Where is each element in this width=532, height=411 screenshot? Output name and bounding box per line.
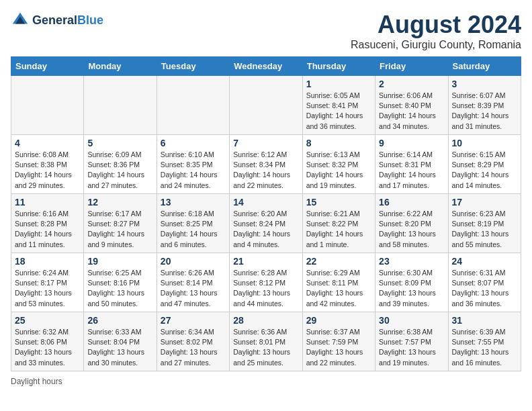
- calendar-cell: 21Sunrise: 6:28 AM Sunset: 8:12 PM Dayli…: [230, 253, 302, 312]
- day-number: 29: [306, 315, 371, 326]
- calendar-cell: 10Sunrise: 6:15 AM Sunset: 8:29 PM Dayli…: [448, 135, 521, 194]
- calendar-cell: 3Sunrise: 6:07 AM Sunset: 8:39 PM Daylig…: [448, 76, 521, 135]
- day-info: Sunrise: 6:38 AM Sunset: 7:57 PM Dayligh…: [379, 327, 444, 368]
- weekday-header-friday: Friday: [375, 57, 448, 76]
- calendar-cell: 24Sunrise: 6:31 AM Sunset: 8:07 PM Dayli…: [448, 253, 521, 312]
- day-number: 7: [233, 138, 298, 148]
- weekday-row: SundayMondayTuesdayWednesdayThursdayFrid…: [11, 57, 521, 76]
- day-number: 23: [379, 256, 444, 267]
- day-number: 5: [87, 138, 152, 148]
- day-number: 25: [15, 315, 80, 326]
- day-info: Sunrise: 6:13 AM Sunset: 8:32 PM Dayligh…: [306, 150, 371, 191]
- day-number: 9: [379, 138, 444, 148]
- day-info: Sunrise: 6:32 AM Sunset: 8:06 PM Dayligh…: [15, 327, 80, 368]
- calendar-cell: 19Sunrise: 6:25 AM Sunset: 8:16 PM Dayli…: [84, 253, 157, 312]
- week-row-3: 11Sunrise: 6:16 AM Sunset: 8:28 PM Dayli…: [11, 194, 521, 253]
- day-number: 20: [161, 256, 226, 267]
- day-number: 1: [306, 79, 371, 89]
- calendar-cell: 18Sunrise: 6:24 AM Sunset: 8:17 PM Dayli…: [11, 253, 84, 312]
- calendar-cell: 25Sunrise: 6:32 AM Sunset: 8:06 PM Dayli…: [11, 312, 84, 371]
- day-info: Sunrise: 6:21 AM Sunset: 8:22 PM Dayligh…: [306, 209, 371, 250]
- day-info: Sunrise: 6:07 AM Sunset: 8:39 PM Dayligh…: [452, 91, 517, 132]
- footer-note: Daylight hours: [11, 377, 521, 386]
- logo-icon: [11, 11, 30, 30]
- day-info: Sunrise: 6:30 AM Sunset: 8:09 PM Dayligh…: [379, 268, 444, 309]
- day-info: Sunrise: 6:26 AM Sunset: 8:14 PM Dayligh…: [161, 268, 226, 309]
- day-number: 4: [15, 138, 80, 148]
- calendar-cell: 15Sunrise: 6:21 AM Sunset: 8:22 PM Dayli…: [302, 194, 375, 253]
- day-info: Sunrise: 6:33 AM Sunset: 8:04 PM Dayligh…: [87, 327, 152, 368]
- day-info: Sunrise: 6:34 AM Sunset: 8:02 PM Dayligh…: [161, 327, 226, 368]
- logo-text-blue: Blue: [77, 13, 103, 28]
- calendar-cell: [230, 76, 302, 135]
- calendar-cell: [11, 76, 84, 135]
- day-number: 3: [452, 79, 517, 89]
- day-number: 24: [452, 256, 517, 267]
- day-info: Sunrise: 6:37 AM Sunset: 7:59 PM Dayligh…: [306, 327, 371, 368]
- page-header: GeneralBlue August 2024 Rasuceni, Giurgi…: [11, 11, 521, 51]
- calendar-cell: 31Sunrise: 6:39 AM Sunset: 7:55 PM Dayli…: [448, 312, 521, 371]
- day-info: Sunrise: 6:08 AM Sunset: 8:38 PM Dayligh…: [15, 150, 80, 191]
- calendar-cell: 2Sunrise: 6:06 AM Sunset: 8:40 PM Daylig…: [375, 76, 448, 135]
- day-number: 26: [87, 315, 152, 326]
- calendar-cell: 8Sunrise: 6:13 AM Sunset: 8:32 PM Daylig…: [302, 135, 375, 194]
- daylight-label: Daylight hours: [11, 377, 62, 386]
- day-number: 14: [233, 197, 298, 208]
- day-number: 6: [161, 138, 226, 148]
- calendar-cell: 11Sunrise: 6:16 AM Sunset: 8:28 PM Dayli…: [11, 194, 84, 253]
- day-info: Sunrise: 6:05 AM Sunset: 8:41 PM Dayligh…: [306, 91, 371, 132]
- calendar-cell: 27Sunrise: 6:34 AM Sunset: 8:02 PM Dayli…: [157, 312, 229, 371]
- calendar-cell: 5Sunrise: 6:09 AM Sunset: 8:36 PM Daylig…: [84, 135, 157, 194]
- week-row-1: 1Sunrise: 6:05 AM Sunset: 8:41 PM Daylig…: [11, 76, 521, 135]
- week-row-5: 25Sunrise: 6:32 AM Sunset: 8:06 PM Dayli…: [11, 312, 521, 371]
- calendar-cell: 26Sunrise: 6:33 AM Sunset: 8:04 PM Dayli…: [84, 312, 157, 371]
- day-info: Sunrise: 6:39 AM Sunset: 7:55 PM Dayligh…: [452, 327, 517, 368]
- calendar-cell: 29Sunrise: 6:37 AM Sunset: 7:59 PM Dayli…: [302, 312, 375, 371]
- calendar-cell: 7Sunrise: 6:12 AM Sunset: 8:34 PM Daylig…: [230, 135, 302, 194]
- day-info: Sunrise: 6:23 AM Sunset: 8:19 PM Dayligh…: [452, 209, 517, 250]
- day-info: Sunrise: 6:25 AM Sunset: 8:16 PM Dayligh…: [87, 268, 152, 309]
- calendar-cell: 1Sunrise: 6:05 AM Sunset: 8:41 PM Daylig…: [302, 76, 375, 135]
- day-info: Sunrise: 6:24 AM Sunset: 8:17 PM Dayligh…: [15, 268, 80, 309]
- day-info: Sunrise: 6:12 AM Sunset: 8:34 PM Dayligh…: [233, 150, 298, 191]
- day-number: 19: [87, 256, 152, 267]
- day-info: Sunrise: 6:28 AM Sunset: 8:12 PM Dayligh…: [233, 268, 298, 309]
- weekday-header-sunday: Sunday: [11, 57, 84, 76]
- weekday-header-wednesday: Wednesday: [230, 57, 302, 76]
- day-number: 16: [379, 197, 444, 208]
- day-number: 27: [161, 315, 226, 326]
- day-info: Sunrise: 6:22 AM Sunset: 8:20 PM Dayligh…: [379, 209, 444, 250]
- day-number: 31: [452, 315, 517, 326]
- day-number: 30: [379, 315, 444, 326]
- calendar-body: 1Sunrise: 6:05 AM Sunset: 8:41 PM Daylig…: [11, 76, 521, 371]
- calendar-cell: 17Sunrise: 6:23 AM Sunset: 8:19 PM Dayli…: [448, 194, 521, 253]
- day-number: 22: [306, 256, 371, 267]
- logo: GeneralBlue: [11, 11, 103, 30]
- location-subtitle: Rasuceni, Giurgiu County, Romania: [351, 39, 521, 51]
- day-info: Sunrise: 6:16 AM Sunset: 8:28 PM Dayligh…: [15, 209, 80, 250]
- weekday-header-monday: Monday: [84, 57, 157, 76]
- day-info: Sunrise: 6:10 AM Sunset: 8:35 PM Dayligh…: [161, 150, 226, 191]
- calendar-table: SundayMondayTuesdayWednesdayThursdayFrid…: [11, 56, 521, 371]
- calendar-cell: 6Sunrise: 6:10 AM Sunset: 8:35 PM Daylig…: [157, 135, 229, 194]
- calendar-header: SundayMondayTuesdayWednesdayThursdayFrid…: [11, 57, 521, 76]
- weekday-header-saturday: Saturday: [448, 57, 521, 76]
- logo-text-general: General: [32, 13, 77, 28]
- calendar-cell: 9Sunrise: 6:14 AM Sunset: 8:31 PM Daylig…: [375, 135, 448, 194]
- week-row-2: 4Sunrise: 6:08 AM Sunset: 8:38 PM Daylig…: [11, 135, 521, 194]
- day-number: 10: [452, 138, 517, 148]
- day-info: Sunrise: 6:29 AM Sunset: 8:11 PM Dayligh…: [306, 268, 371, 309]
- calendar-cell: 20Sunrise: 6:26 AM Sunset: 8:14 PM Dayli…: [157, 253, 229, 312]
- day-info: Sunrise: 6:15 AM Sunset: 8:29 PM Dayligh…: [452, 150, 517, 191]
- calendar-cell: 12Sunrise: 6:17 AM Sunset: 8:27 PM Dayli…: [84, 194, 157, 253]
- calendar-cell: 22Sunrise: 6:29 AM Sunset: 8:11 PM Dayli…: [302, 253, 375, 312]
- day-info: Sunrise: 6:20 AM Sunset: 8:24 PM Dayligh…: [233, 209, 298, 250]
- month-title: August 2024: [351, 11, 521, 39]
- day-number: 11: [15, 197, 80, 208]
- calendar-cell: 13Sunrise: 6:18 AM Sunset: 8:25 PM Dayli…: [157, 194, 229, 253]
- day-info: Sunrise: 6:06 AM Sunset: 8:40 PM Dayligh…: [379, 91, 444, 132]
- weekday-header-tuesday: Tuesday: [157, 57, 229, 76]
- week-row-4: 18Sunrise: 6:24 AM Sunset: 8:17 PM Dayli…: [11, 253, 521, 312]
- day-number: 28: [233, 315, 298, 326]
- calendar-cell: 4Sunrise: 6:08 AM Sunset: 8:38 PM Daylig…: [11, 135, 84, 194]
